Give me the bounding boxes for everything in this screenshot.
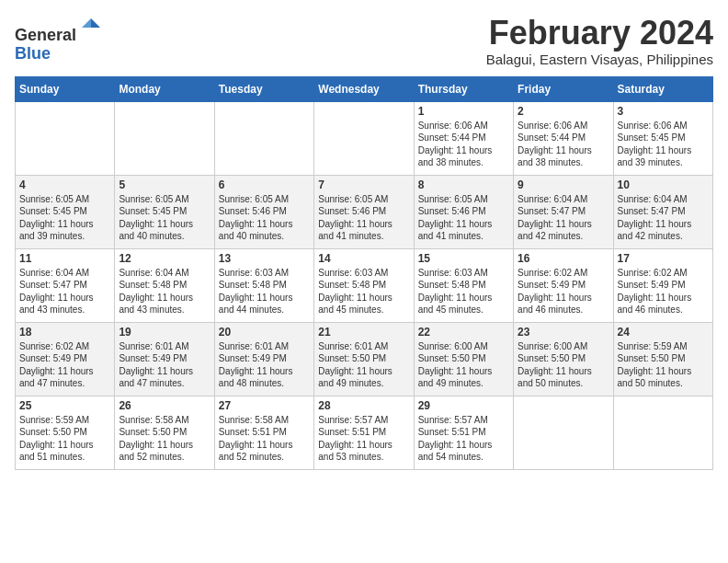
table-row — [314, 101, 414, 175]
table-row: 1Sunrise: 6:06 AM Sunset: 5:44 PM Daylig… — [414, 101, 513, 175]
table-row — [514, 396, 613, 469]
day-number: 29 — [418, 399, 509, 412]
day-info: Sunrise: 5:59 AM Sunset: 5:50 PM Dayligh… — [618, 340, 709, 390]
day-number: 21 — [318, 326, 409, 339]
table-row: 26Sunrise: 5:58 AM Sunset: 5:50 PM Dayli… — [115, 396, 214, 469]
day-number: 10 — [618, 178, 709, 191]
day-number: 3 — [618, 105, 709, 118]
day-number: 13 — [219, 252, 310, 265]
day-number: 5 — [119, 178, 210, 191]
table-row: 22Sunrise: 6:00 AM Sunset: 5:50 PM Dayli… — [414, 322, 513, 396]
table-row: 24Sunrise: 5:59 AM Sunset: 5:50 PM Dayli… — [613, 322, 712, 396]
col-header-tuesday: Tuesday — [214, 76, 313, 101]
table-row: 9Sunrise: 6:04 AM Sunset: 5:47 PM Daylig… — [514, 175, 613, 248]
table-row — [214, 101, 313, 175]
table-row: 5Sunrise: 6:05 AM Sunset: 5:45 PM Daylig… — [115, 175, 214, 248]
day-number: 15 — [418, 252, 509, 265]
day-number: 18 — [19, 326, 110, 339]
day-number: 8 — [418, 178, 509, 191]
day-number: 28 — [318, 399, 409, 412]
day-number: 16 — [518, 252, 609, 265]
table-row: 29Sunrise: 5:57 AM Sunset: 5:51 PM Dayli… — [414, 396, 513, 469]
col-header-wednesday: Wednesday — [314, 76, 414, 101]
page-header: General Blue February 2024 Balagui, East… — [15, 15, 713, 67]
svg-marker-0 — [91, 18, 100, 28]
day-number: 23 — [518, 326, 609, 339]
title-area: February 2024 Balagui, Eastern Visayas, … — [486, 15, 713, 67]
table-row: 21Sunrise: 6:01 AM Sunset: 5:50 PM Dayli… — [314, 322, 414, 396]
day-number: 20 — [219, 326, 310, 339]
day-number: 11 — [19, 252, 110, 265]
table-row: 8Sunrise: 6:05 AM Sunset: 5:46 PM Daylig… — [414, 175, 513, 248]
calendar-table: SundayMondayTuesdayWednesdayThursdayFrid… — [15, 76, 713, 470]
day-info: Sunrise: 6:04 AM Sunset: 5:48 PM Dayligh… — [119, 267, 210, 316]
day-info: Sunrise: 6:03 AM Sunset: 5:48 PM Dayligh… — [318, 267, 409, 316]
day-info: Sunrise: 6:01 AM Sunset: 5:50 PM Dayligh… — [318, 340, 409, 390]
table-row: 16Sunrise: 6:02 AM Sunset: 5:49 PM Dayli… — [514, 248, 613, 322]
table-row: 27Sunrise: 5:58 AM Sunset: 5:51 PM Dayli… — [214, 396, 313, 469]
day-number: 17 — [618, 252, 709, 265]
table-row: 10Sunrise: 6:04 AM Sunset: 5:47 PM Dayli… — [613, 175, 712, 248]
day-info: Sunrise: 6:06 AM Sunset: 5:44 PM Dayligh… — [518, 120, 609, 169]
day-number: 19 — [119, 326, 210, 339]
day-number: 2 — [518, 105, 609, 118]
day-info: Sunrise: 6:06 AM Sunset: 5:44 PM Dayligh… — [418, 120, 509, 169]
table-row: 6Sunrise: 6:05 AM Sunset: 5:46 PM Daylig… — [214, 175, 313, 248]
day-number: 25 — [19, 399, 110, 412]
day-info: Sunrise: 6:02 AM Sunset: 5:49 PM Dayligh… — [618, 267, 709, 316]
table-row: 17Sunrise: 6:02 AM Sunset: 5:49 PM Dayli… — [613, 248, 712, 322]
day-info: Sunrise: 6:04 AM Sunset: 5:47 PM Dayligh… — [518, 193, 609, 243]
day-info: Sunrise: 6:00 AM Sunset: 5:50 PM Dayligh… — [518, 340, 609, 390]
day-info: Sunrise: 6:05 AM Sunset: 5:45 PM Dayligh… — [19, 193, 110, 243]
day-number: 24 — [618, 326, 709, 339]
col-header-saturday: Saturday — [613, 76, 712, 101]
svg-marker-1 — [82, 18, 91, 28]
table-row: 14Sunrise: 6:03 AM Sunset: 5:48 PM Dayli… — [314, 248, 414, 322]
table-row — [613, 396, 712, 469]
day-number: 22 — [418, 326, 509, 339]
day-info: Sunrise: 5:58 AM Sunset: 5:51 PM Dayligh… — [219, 414, 310, 464]
day-info: Sunrise: 6:05 AM Sunset: 5:46 PM Dayligh… — [418, 193, 509, 243]
col-header-monday: Monday — [115, 76, 214, 101]
day-number: 6 — [219, 178, 310, 191]
table-row: 11Sunrise: 6:04 AM Sunset: 5:47 PM Dayli… — [16, 248, 115, 322]
col-header-friday: Friday — [514, 76, 613, 101]
day-number: 1 — [418, 105, 509, 118]
day-number: 9 — [518, 178, 609, 191]
day-info: Sunrise: 6:04 AM Sunset: 5:47 PM Dayligh… — [19, 267, 110, 316]
day-info: Sunrise: 6:03 AM Sunset: 5:48 PM Dayligh… — [418, 267, 509, 316]
day-info: Sunrise: 6:01 AM Sunset: 5:49 PM Dayligh… — [119, 340, 210, 390]
table-row: 28Sunrise: 5:57 AM Sunset: 5:51 PM Dayli… — [314, 396, 414, 469]
table-row: 3Sunrise: 6:06 AM Sunset: 5:45 PM Daylig… — [613, 101, 712, 175]
day-number: 12 — [119, 252, 210, 265]
day-number: 26 — [119, 399, 210, 412]
day-info: Sunrise: 5:57 AM Sunset: 5:51 PM Dayligh… — [418, 414, 509, 464]
day-info: Sunrise: 6:02 AM Sunset: 5:49 PM Dayligh… — [19, 340, 110, 390]
logo-blue: Blue — [15, 44, 51, 63]
table-row: 4Sunrise: 6:05 AM Sunset: 5:45 PM Daylig… — [16, 175, 115, 248]
calendar-subtitle: Balagui, Eastern Visayas, Philippines — [486, 52, 713, 67]
table-row: 18Sunrise: 6:02 AM Sunset: 5:49 PM Dayli… — [16, 322, 115, 396]
table-row: 15Sunrise: 6:03 AM Sunset: 5:48 PM Dayli… — [414, 248, 513, 322]
table-row: 19Sunrise: 6:01 AM Sunset: 5:49 PM Dayli… — [115, 322, 214, 396]
logo-general: General — [15, 26, 76, 44]
day-info: Sunrise: 6:05 AM Sunset: 5:45 PM Dayligh… — [119, 193, 210, 243]
table-row: 20Sunrise: 6:01 AM Sunset: 5:49 PM Dayli… — [214, 322, 313, 396]
day-info: Sunrise: 5:57 AM Sunset: 5:51 PM Dayligh… — [318, 414, 409, 464]
col-header-thursday: Thursday — [414, 76, 513, 101]
day-info: Sunrise: 6:00 AM Sunset: 5:50 PM Dayligh… — [418, 340, 509, 390]
day-info: Sunrise: 6:05 AM Sunset: 5:46 PM Dayligh… — [219, 193, 310, 243]
day-info: Sunrise: 6:02 AM Sunset: 5:49 PM Dayligh… — [518, 267, 609, 316]
day-number: 27 — [219, 399, 310, 412]
table-row: 13Sunrise: 6:03 AM Sunset: 5:48 PM Dayli… — [214, 248, 313, 322]
table-row: 7Sunrise: 6:05 AM Sunset: 5:46 PM Daylig… — [314, 175, 414, 248]
day-info: Sunrise: 6:01 AM Sunset: 5:49 PM Dayligh… — [219, 340, 310, 390]
logo: General Blue — [15, 15, 104, 63]
day-info: Sunrise: 5:59 AM Sunset: 5:50 PM Dayligh… — [19, 414, 110, 464]
day-info: Sunrise: 6:06 AM Sunset: 5:45 PM Dayligh… — [618, 120, 709, 169]
table-row — [115, 101, 214, 175]
table-row: 25Sunrise: 5:59 AM Sunset: 5:50 PM Dayli… — [16, 396, 115, 469]
table-row — [16, 101, 115, 175]
table-row: 12Sunrise: 6:04 AM Sunset: 5:48 PM Dayli… — [115, 248, 214, 322]
day-number: 7 — [318, 178, 409, 191]
